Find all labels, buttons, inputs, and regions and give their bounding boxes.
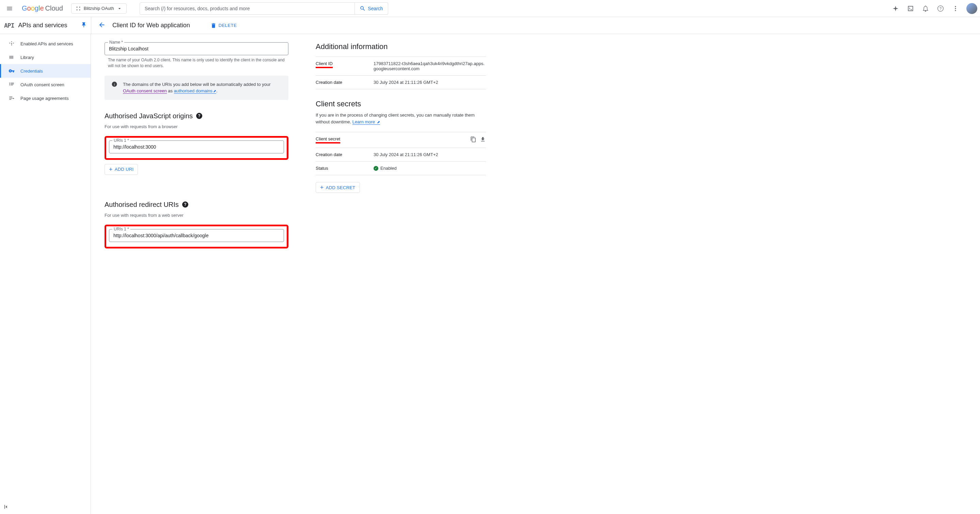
name-label: Name * (108, 40, 124, 45)
back-button[interactable] (98, 21, 105, 30)
search-placeholder: Search (/) for resources, docs, products… (145, 6, 250, 11)
redirect-help: For use with requests from a web server (105, 213, 288, 218)
name-help: The name of your OAuth 2.0 client. This … (108, 57, 285, 69)
js-origins-title: Authorised JavaScript origins (105, 112, 193, 120)
client-secret-row: Client secret (316, 132, 486, 148)
top-right-actions: ? (889, 2, 977, 15)
client-secret-value (374, 136, 486, 144)
svg-point-7 (955, 8, 956, 9)
svg-text:i: i (114, 82, 115, 86)
js-origins-help: For use with requests from a browser (105, 124, 288, 129)
subheader-left: API APIs and services (0, 22, 91, 29)
svg-text:?: ? (939, 6, 942, 11)
delete-label: DELETE (219, 23, 237, 28)
cloud-shell-icon[interactable] (904, 2, 917, 15)
js-origins-heading: Authorised JavaScript origins ? (105, 112, 288, 120)
chevron-down-icon (117, 6, 122, 11)
svg-point-2 (76, 9, 77, 10)
project-icon (76, 6, 81, 11)
sidebar: Enabled APIs and services Library Creden… (0, 34, 91, 514)
search-input[interactable]: Search (/) for resources, docs, products… (140, 2, 355, 14)
add-secret-button[interactable]: + ADD SECRET (316, 182, 360, 193)
svg-point-6 (955, 6, 956, 7)
client-secret-label: Client secret (316, 136, 340, 144)
client-secrets-heading: Client secrets (316, 99, 486, 109)
creation-date-label: Creation date (316, 80, 374, 85)
delete-button[interactable]: DELETE (210, 22, 237, 29)
secrets-help: If you are in the process of changing cl… (316, 112, 486, 125)
learn-more-link[interactable]: Learn more ⬈ (352, 119, 380, 125)
secret-creation-label: Creation date (316, 152, 374, 157)
section-title: APIs and services (18, 22, 67, 29)
oauth-consent-link[interactable]: OAuth consent screen (123, 88, 167, 94)
redirect-uri-input[interactable] (109, 229, 284, 242)
client-id-value: 17983711822-t3sh6aea1qah3uk4ri9vkdgdthri… (374, 61, 486, 71)
svg-point-0 (76, 6, 77, 8)
secret-creation-value: 30 July 2024 at 21:11:26 GMT+2 (374, 152, 486, 157)
add-secret-label: ADD SECRET (326, 185, 355, 190)
consent-icon (8, 81, 15, 88)
name-input[interactable] (105, 42, 288, 55)
api-badge: API (4, 22, 14, 29)
pin-icon[interactable] (81, 22, 87, 29)
subheader: API APIs and services Client ID for Web … (0, 17, 980, 34)
copy-icon[interactable] (470, 136, 476, 144)
plus-icon: + (109, 166, 113, 172)
sidebar-item-credentials[interactable]: Credentials (0, 64, 91, 78)
sidebar-item-label: Page usage agreements (21, 96, 69, 101)
search-button-label: Search (368, 6, 383, 11)
add-uri-button-js[interactable]: + ADD URI (105, 164, 138, 175)
add-uri-label: ADD URI (115, 167, 134, 172)
sidebar-item-label: Enabled APIs and services (21, 41, 73, 46)
notifications-icon[interactable] (919, 2, 932, 15)
plus-icon: + (320, 184, 324, 190)
js-origin-highlight: URIs 1 * (105, 136, 288, 160)
search-container: Search (/) for resources, docs, products… (140, 2, 388, 14)
layout: Enabled APIs and services Library Creden… (0, 34, 980, 514)
sidebar-item-library[interactable]: Library (0, 50, 91, 64)
external-link-icon: ⬈ (213, 89, 216, 93)
collapse-sidebar-button[interactable] (3, 503, 10, 511)
additional-info-heading: Additional information (316, 42, 486, 51)
redirect-uri-label: URIs 1 * (112, 227, 130, 231)
info-table: Client ID 17983711822-t3sh6aea1qah3uk4ri… (316, 57, 486, 89)
info-column: Additional information Client ID 1798371… (316, 42, 486, 506)
redirect-uri-field: URIs 1 * (109, 229, 284, 242)
help-icon[interactable]: ? (196, 113, 202, 119)
project-selector[interactable]: Blitzship OAuth (71, 3, 127, 14)
secrets-help-text: If you are in the process of changing cl… (316, 112, 475, 125)
google-cloud-logo[interactable]: Google Cloud (22, 5, 63, 12)
sidebar-item-label: Library (21, 55, 34, 60)
more-icon[interactable] (949, 2, 962, 15)
sidebar-item-label: Credentials (21, 69, 43, 73)
sidebar-item-page-usage[interactable]: Page usage agreements (0, 91, 91, 105)
key-icon (8, 68, 15, 74)
enabled-apis-icon (8, 41, 15, 47)
sidebar-item-oauth-consent[interactable]: OAuth consent screen (0, 78, 91, 91)
js-uri-field: URIs 1 * (109, 140, 284, 153)
avatar[interactable] (966, 3, 977, 14)
search-icon (360, 5, 366, 11)
client-id-label: Client ID (316, 61, 332, 68)
creation-date-row: Creation date 30 July 2024 at 21:11:26 G… (316, 75, 486, 89)
js-uri-input[interactable] (109, 140, 284, 153)
secret-actions (470, 136, 486, 144)
info-icon: i (111, 81, 118, 94)
subheader-main: Client ID for Web application DELETE (91, 17, 243, 34)
gemini-icon[interactable] (889, 2, 902, 15)
project-name: Blitzship OAuth (84, 6, 114, 11)
authorised-domains-link[interactable]: authorised domains⬈ (174, 88, 216, 94)
redirect-highlight: URIs 1 * (105, 225, 288, 249)
trash-icon (210, 22, 216, 29)
search-button[interactable]: Search (355, 2, 388, 14)
help-icon[interactable]: ? (182, 201, 188, 208)
sidebar-item-enabled-apis[interactable]: Enabled APIs and services (0, 37, 91, 50)
sidebar-item-label: OAuth consent screen (21, 82, 64, 87)
js-uri-label: URIs 1 * (112, 138, 130, 143)
infobox-mid: as (167, 88, 174, 93)
creation-date-value: 30 July 2024 at 21:11:26 GMT+2 (374, 80, 486, 85)
client-id-row: Client ID 17983711822-t3sh6aea1qah3uk4ri… (316, 57, 486, 75)
help-icon[interactable]: ? (934, 2, 947, 15)
download-icon[interactable] (480, 136, 486, 144)
hamburger-menu-icon[interactable] (3, 2, 16, 15)
